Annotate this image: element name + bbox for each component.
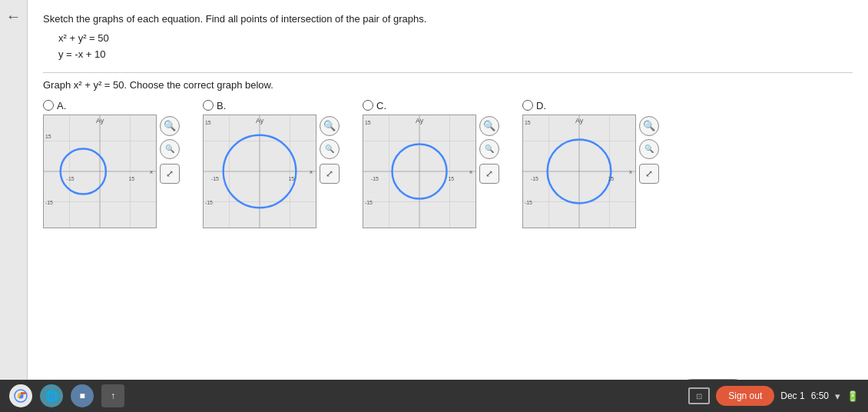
radio-a[interactable] xyxy=(43,100,54,111)
time-text: 6:50 xyxy=(811,390,829,401)
option-a: A. xyxy=(43,100,180,228)
svg-text:Ay: Ay xyxy=(96,117,104,125)
taskbar: 🌐 ■ ↑ ⊡ Sign out Dec 1 6:50 ▾ 🔋 xyxy=(0,380,868,412)
option-a-label: A. xyxy=(57,100,66,111)
graph-d-controls: 🔍 🔍 ⤢ xyxy=(639,116,659,184)
graph-b-wrapper: Ay x 15 -15 -15 15 🔍 🔍 ⤢ xyxy=(203,115,340,228)
expand-d[interactable]: ⤢ xyxy=(639,164,659,184)
svg-text:15: 15 xyxy=(365,120,371,125)
options-row: A. xyxy=(43,100,853,373)
zoom-in-c[interactable]: 🔍 xyxy=(479,116,499,136)
svg-text:-15: -15 xyxy=(531,176,538,181)
svg-text:-15: -15 xyxy=(211,176,219,181)
option-c: C. Ay xyxy=(363,100,499,228)
graph-a-svg: Ay x 15 -15 -15 15 xyxy=(44,115,156,228)
radio-c[interactable] xyxy=(363,100,373,111)
svg-text:x: x xyxy=(629,168,632,175)
option-d-label: D. xyxy=(536,100,546,111)
svg-text:-15: -15 xyxy=(45,200,53,205)
expand-a[interactable]: ⤢ xyxy=(160,164,180,184)
zoom-in-a[interactable]: 🔍 xyxy=(160,116,180,136)
zoom-in-d[interactable]: 🔍 xyxy=(639,116,659,136)
graph-a-wrapper: Ay x 15 -15 -15 15 🔍 🔍 ⤢ xyxy=(43,115,180,228)
wifi-icon: ▾ xyxy=(835,390,840,402)
expand-c[interactable]: ⤢ xyxy=(479,164,499,184)
zoom-out-a[interactable]: 🔍 xyxy=(160,139,180,159)
graph-c-svg: Ay x 15 -15 -15 15 xyxy=(363,115,475,228)
equation1: x² + y² = 50 xyxy=(58,31,853,47)
graph-c: Ay x 15 -15 -15 15 xyxy=(363,115,476,228)
equations: x² + y² = 50 y = -x + 10 xyxy=(58,31,853,63)
svg-text:-15: -15 xyxy=(525,200,532,205)
svg-text:Ay: Ay xyxy=(575,117,584,125)
main-content: Sketch the graphs of each equation. Find… xyxy=(28,0,868,412)
graph-question: Graph x² + y² = 50. Choose the correct g… xyxy=(43,79,853,91)
radio-d[interactable] xyxy=(522,100,533,111)
zoom-out-d[interactable]: 🔍 xyxy=(639,139,659,159)
svg-text:15: 15 xyxy=(45,133,51,138)
option-b-label: B. xyxy=(217,100,226,111)
equation2: y = -x + 10 xyxy=(58,47,853,63)
svg-text:x: x xyxy=(469,168,472,175)
battery-icon: 🔋 xyxy=(846,390,859,402)
svg-text:Ay: Ay xyxy=(416,117,424,125)
zoom-out-b[interactable]: 🔍 xyxy=(320,139,340,159)
svg-text:15: 15 xyxy=(205,120,211,125)
back-button[interactable]: ← xyxy=(6,8,22,25)
expand-b[interactable]: ⤢ xyxy=(320,164,340,184)
svg-text:15: 15 xyxy=(128,176,134,181)
graph-d: Ay x 15 -15 -15 15 xyxy=(522,115,636,228)
screen-capture-icon[interactable]: ⊡ xyxy=(688,387,710,404)
zoom-in-b[interactable]: 🔍 xyxy=(320,116,340,136)
option-b: B. Ay xyxy=(203,100,340,228)
taskbar-right: ⊡ Sign out Dec 1 6:50 ▾ 🔋 xyxy=(688,386,859,406)
option-d: D. Ay xyxy=(522,100,659,228)
app-icon[interactable]: ■ xyxy=(71,384,94,407)
graph-b: Ay x 15 -15 -15 15 xyxy=(203,115,316,228)
svg-text:-15: -15 xyxy=(67,176,75,181)
zoom-out-c[interactable]: 🔍 xyxy=(479,139,499,159)
divider xyxy=(43,72,853,73)
graph-c-wrapper: Ay x 15 -15 -15 15 🔍 🔍 ⤢ xyxy=(363,115,499,228)
chrome-icon[interactable] xyxy=(9,384,32,407)
svg-text:x: x xyxy=(310,168,313,175)
svg-text:15: 15 xyxy=(288,176,294,181)
svg-text:15: 15 xyxy=(525,120,531,125)
graph-b-controls: 🔍 🔍 ⤢ xyxy=(320,116,340,184)
question-header: Sketch the graphs of each equation. Find… xyxy=(43,12,853,26)
svg-text:-15: -15 xyxy=(205,200,213,205)
svg-text:Ay: Ay xyxy=(256,117,264,125)
radio-b[interactable] xyxy=(203,100,214,111)
graph-d-wrapper: Ay x 15 -15 -15 15 🔍 🔍 ⤢ xyxy=(522,115,659,228)
option-c-label: C. xyxy=(376,100,386,111)
svg-text:x: x xyxy=(150,168,153,175)
graph-c-controls: 🔍 🔍 ⤢ xyxy=(479,116,499,184)
graph-b-svg: Ay x 15 -15 -15 15 xyxy=(204,115,316,228)
graph-a-controls: 🔍 🔍 ⤢ xyxy=(160,116,180,184)
graph-d-svg: Ay x 15 -15 -15 15 xyxy=(523,115,635,228)
svg-text:-15: -15 xyxy=(371,176,379,181)
svg-text:-15: -15 xyxy=(365,200,373,205)
svg-text:15: 15 xyxy=(608,176,614,181)
files-icon[interactable]: ↑ xyxy=(101,384,124,407)
graph-a: Ay x 15 -15 -15 15 xyxy=(43,115,157,228)
left-sidebar: ← xyxy=(0,0,28,412)
svg-text:15: 15 xyxy=(448,176,454,181)
network-icon[interactable]: 🌐 xyxy=(40,384,63,407)
date-text: Dec 1 xyxy=(780,390,804,401)
sign-out-button[interactable]: Sign out xyxy=(716,386,774,406)
